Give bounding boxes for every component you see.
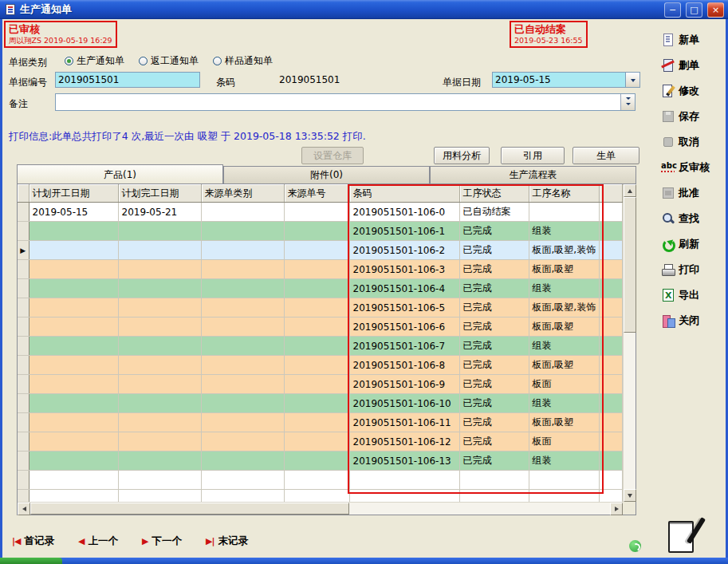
cell-source-no[interactable] [284,452,349,471]
record-nav-button[interactable]: ▶ 下一个 [142,534,182,548]
doc-date-combo[interactable]: 2019-05-15 [492,72,640,88]
cell-process[interactable]: 组装 [529,279,599,298]
minimize-button[interactable]: ─ [664,2,681,18]
sidebar-item[interactable]: 保存 [661,108,725,124]
create-order-button[interactable]: 生单 [573,147,639,164]
doc-date-dropdown-button[interactable] [625,73,639,87]
cell-process[interactable]: 组装 [529,337,599,356]
cell-status[interactable]: 已完成 [459,337,529,356]
cell-plan-end[interactable] [118,298,201,317]
cell-source-no[interactable] [284,222,349,241]
cell-source-no[interactable] [284,203,349,222]
horizontal-scrollbar[interactable] [18,502,623,515]
grid-row[interactable]: 2019051501-106-9 已完成 板面 [18,375,623,394]
grid-row[interactable]: 2019051501-106-3 已完成 板面,吸塑 [18,260,623,279]
remark-input[interactable] [56,94,620,110]
radio-icon[interactable] [213,57,222,65]
grid-row[interactable]: 2019051501-106-4 已完成 组装 [18,279,623,298]
cell-process[interactable]: 组装 [529,452,599,471]
cell-plan-start[interactable] [29,317,118,337]
cell-process[interactable]: 板面,吸塑 [529,260,599,279]
cell-process[interactable]: 组装 [529,222,599,241]
doc-type-radio-option[interactable]: 返工通知单 [139,54,199,68]
grid-row[interactable]: 2019051501-106-6 已完成 板面,吸塑 [18,317,623,337]
sidebar-item[interactable]: 修改 [661,83,725,99]
cell-source-type[interactable] [201,413,284,432]
doc-no-input[interactable] [55,72,200,88]
cell-source-type[interactable] [201,222,284,241]
cell-plan-end[interactable] [118,432,201,452]
cell-status[interactable]: 已完成 [459,432,529,452]
cell-process[interactable]: 板面 [529,375,599,394]
cell-barcode[interactable]: 2019051501-106-2 [349,241,459,260]
cell-source-type[interactable] [201,432,284,452]
cell-plan-start[interactable] [29,452,118,471]
cell-source-type[interactable] [201,317,284,337]
radio-icon[interactable] [65,57,73,65]
cell-plan-end[interactable] [118,241,201,260]
cell-plan-start[interactable] [29,222,118,241]
grid-row[interactable]: 2019051501-106-8 已完成 板面,吸塑 [18,356,623,375]
sidebar-item[interactable]: 打印 [661,262,725,278]
grid-row[interactable]: ▶ 2019051501-106-2 已完成 板面,吸塑,装饰 [18,241,623,260]
close-button[interactable]: × [707,2,724,18]
tab[interactable]: 附件(0) [223,166,430,183]
cell-plan-end[interactable] [118,317,201,337]
cell-status[interactable]: 已完成 [459,298,529,317]
remark-expand-button[interactable] [620,94,635,110]
cell-plan-start[interactable] [29,298,118,317]
maximize-button[interactable]: □ [686,2,702,18]
cell-plan-end[interactable] [118,452,201,471]
record-nav-button[interactable]: ◀ 上一个 [78,534,118,548]
cell-source-type[interactable] [201,356,284,375]
sidebar-item[interactable]: 关闭 [661,313,725,329]
cell-barcode[interactable]: 2019051501-106-12 [349,432,459,452]
cell-plan-start[interactable] [29,279,118,298]
sidebar-item[interactable]: 新单 [661,32,725,48]
cell-process[interactable]: 板面,吸塑 [529,356,599,375]
grid-row[interactable]: 2019051501-106-7 已完成 组装 [18,337,623,356]
col-plan-start-date[interactable]: 计划开工日期 [29,184,118,203]
cell-barcode[interactable]: 2019051501-106-0 [349,203,459,222]
grid-row[interactable]: 2019051501-106-11 已完成 板面,吸塑 [18,413,623,432]
cell-status[interactable]: 已自动结案 [459,203,529,222]
cell-source-no[interactable] [284,394,349,413]
cell-source-no[interactable] [284,432,349,452]
reference-button[interactable]: 引用 [501,147,565,164]
cell-source-no[interactable] [284,317,349,337]
cell-status[interactable]: 已完成 [459,375,529,394]
material-analysis-button[interactable]: 用料分析 [434,147,490,164]
cell-status[interactable]: 已完成 [459,260,529,279]
horizontal-scroll-thumb[interactable] [30,503,349,515]
grid-row[interactable]: 2019051501-106-12 已完成 板面 [18,432,623,452]
radio-icon[interactable] [139,57,148,65]
scroll-right-button[interactable] [610,503,623,515]
cell-barcode[interactable]: 2019051501-106-5 [349,298,459,317]
cell-barcode[interactable]: 2019051501-106-10 [349,394,459,413]
cell-source-no[interactable] [284,413,349,432]
cell-source-no[interactable] [284,337,349,356]
set-warehouse-button[interactable]: 设置仓库 [301,147,364,164]
cell-plan-start[interactable] [29,394,118,413]
grid-row[interactable]: 2019051501-106-10 已完成 组装 [18,394,623,413]
sidebar-item[interactable]: 反审核 [661,160,725,176]
cell-plan-end[interactable] [118,279,201,298]
sidebar-item[interactable]: 刷新 [661,236,725,252]
cell-status[interactable]: 已完成 [459,222,529,241]
sidebar-item[interactable]: 导出 [661,287,725,303]
cell-source-no[interactable] [284,356,349,375]
cell-source-type[interactable] [201,452,284,471]
tab[interactable]: 生产流程表 [430,166,636,183]
cell-source-no[interactable] [284,279,349,298]
record-nav-button[interactable]: |◀ 首记录 [12,534,54,548]
cell-plan-end[interactable] [118,260,201,279]
tab[interactable]: 产品(1) [17,164,223,183]
cell-barcode[interactable]: 2019051501-106-6 [349,317,459,337]
grid-row[interactable]: 2019051501-106-13 已完成 组装 [18,452,623,471]
cell-source-type[interactable] [201,279,284,298]
col-barcode[interactable]: 条码 [349,184,459,203]
sidebar-item[interactable]: 查找 [661,211,725,227]
cell-plan-start[interactable] [29,260,118,279]
cell-source-no[interactable] [284,298,349,317]
cell-source-type[interactable] [201,394,284,413]
